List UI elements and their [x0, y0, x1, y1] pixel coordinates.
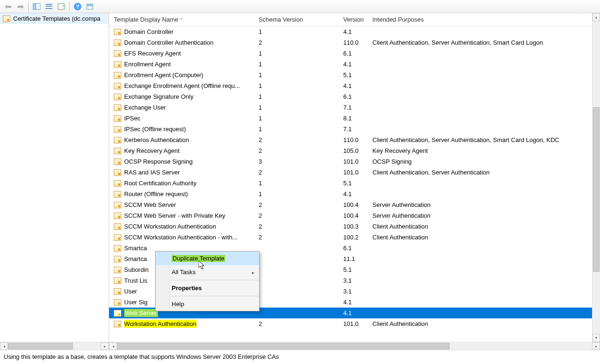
certificate-icon	[114, 72, 121, 79]
row-purposes: Client Authentication, Server Authentica…	[368, 39, 600, 46]
table-row[interactable]: SCCM Workstation Authentication2100.3Cli…	[109, 221, 600, 232]
back-button[interactable]: ⬅	[2, 1, 14, 12]
certificate-icon	[114, 321, 121, 327]
certificate-icon	[114, 213, 121, 219]
row-name: User Sig	[124, 299, 148, 306]
row-version: 6.1	[339, 50, 368, 57]
header-version[interactable]: Version	[339, 13, 368, 26]
table-row[interactable]: IPSec (Offline request)17.1	[109, 124, 600, 135]
menu-item-label: Properties	[172, 285, 202, 292]
menu-item-all-tasks[interactable]: All Tasks	[156, 265, 259, 279]
table-row[interactable]: Domain Controller Authentication2110.0Cl…	[109, 37, 600, 48]
table-row[interactable]: Enrollment Agent14.1	[109, 59, 600, 70]
row-version: 4.1	[339, 28, 368, 35]
row-schema: 3	[254, 158, 339, 165]
row-name: RAS and IAS Server	[124, 169, 180, 176]
toolbar-separator	[28, 2, 29, 11]
table-row[interactable]: Root Certification Authority15.1	[109, 178, 600, 189]
row-version: 6.1	[339, 245, 368, 252]
row-schema: 2	[254, 147, 339, 154]
row-name: Exchange User	[124, 104, 166, 111]
table-row[interactable]: SCCM Workstation Authentication - with..…	[109, 232, 600, 243]
row-version: 110.0	[339, 39, 368, 46]
table-row[interactable]: Domain Controller14.1	[109, 26, 600, 37]
row-schema: 1	[254, 190, 339, 198]
window-button[interactable]	[84, 1, 95, 12]
header-template-display-name[interactable]: Template Display Name	[109, 13, 254, 26]
row-version: 11.1	[339, 255, 368, 262]
row-name: Root Certification Authority	[124, 180, 197, 187]
certificate-icon	[114, 267, 121, 273]
status-bar: Using this template as a base, creates a…	[0, 350, 600, 364]
header-schema-version[interactable]: Schema Version	[254, 13, 339, 26]
scroll-down-button[interactable]: ▾	[592, 334, 600, 342]
table-row[interactable]: SCCM Web Server2100.4Server Authenticati…	[109, 199, 600, 210]
menu-item-label: All Tasks	[172, 269, 196, 276]
table-row[interactable]: Enrollment Agent (Computer)15.1	[109, 70, 600, 80]
row-name: Kerberos Authentication	[124, 136, 189, 143]
certificate-icon	[114, 104, 121, 111]
help-button[interactable]: ?	[72, 1, 83, 12]
row-purposes: Client Authentication, Server Authentica…	[368, 136, 600, 143]
table-row[interactable]: Workstation Authentication2101.0Client A…	[109, 318, 600, 329]
forward-button[interactable]: ➡	[15, 1, 26, 12]
scroll-left-button[interactable]: ◂	[109, 342, 117, 350]
context-menu-separator	[171, 280, 258, 280]
scroll-thumb[interactable]	[117, 343, 450, 349]
row-version: 100.4	[339, 201, 368, 208]
table-row[interactable]: Exchange Signature Only16.1	[109, 91, 600, 102]
certificate-icon	[114, 223, 121, 230]
vertical-scrollbar[interactable]: ▴ ▾	[592, 13, 600, 342]
menu-item-properties[interactable]: Properties	[156, 281, 259, 295]
table-row[interactable]: Router (Offline request)14.1	[109, 189, 600, 199]
certificate-icon	[114, 50, 121, 57]
menu-item-help[interactable]: Help	[156, 297, 259, 311]
table-row[interactable]: OCSP Response Signing3101.0OCSP Signing	[109, 156, 600, 167]
show-pane-button[interactable]	[31, 1, 42, 12]
table-row[interactable]: SCCM Web Server - with Private Key2100.4…	[109, 210, 600, 221]
table-row[interactable]: Key Recovery Agent2105.0Key Recovery Age…	[109, 145, 600, 156]
row-name: Router (Offline request)	[124, 190, 188, 198]
header-intended-purposes[interactable]: Intended Purposes	[368, 13, 600, 26]
row-schema: 2	[254, 136, 339, 143]
list-view-button[interactable]	[43, 1, 55, 12]
menu-item-duplicate-template[interactable]: Duplicate Template	[156, 252, 259, 265]
row-schema: 1	[254, 180, 339, 187]
row-name: Smartca	[124, 255, 147, 262]
row-purposes: Client Authentication	[368, 320, 600, 327]
certificate-icon	[114, 115, 121, 122]
tree-item-certificate-templates[interactable]: Certificate Templates (dc.compa	[0, 13, 109, 24]
row-version: 3.1	[339, 288, 368, 295]
scroll-up-button[interactable]: ▴	[592, 13, 600, 21]
table-row[interactable]: Kerberos Authentication2110.0Client Auth…	[109, 135, 600, 145]
row-name: IPSec (Offline request)	[124, 126, 186, 133]
scroll-left-button[interactable]: ◂	[0, 342, 8, 350]
row-name: Domain Controller Authentication	[124, 39, 213, 46]
sidebar-horizontal-scrollbar[interactable]: ◂ ▸	[0, 342, 109, 350]
row-schema: 1	[254, 28, 339, 35]
scroll-right-button[interactable]: ▸	[592, 342, 600, 350]
row-schema: 1	[254, 126, 339, 133]
row-name: Enrollment Agent	[124, 61, 171, 68]
scroll-thumb[interactable]	[593, 107, 600, 272]
row-version: 105.0	[339, 147, 368, 154]
export-button[interactable]	[55, 1, 67, 12]
table-row[interactable]: Exchange User17.1	[109, 102, 600, 113]
table-row[interactable]: EFS Recovery Agent16.1	[109, 48, 600, 59]
row-version: 4.1	[339, 190, 368, 198]
row-version: 101.0	[339, 169, 368, 176]
row-schema: 1	[254, 93, 339, 100]
row-name: Trust Lis	[124, 277, 147, 284]
row-purposes: Client Authentication	[368, 223, 600, 230]
table-row[interactable]: IPSec18.1	[109, 113, 600, 124]
table-row[interactable]: RAS and IAS Server2101.0Client Authentic…	[109, 167, 600, 178]
scroll-thumb[interactable]	[8, 343, 73, 349]
scroll-right-button[interactable]: ▸	[101, 342, 109, 350]
row-name: Subordin	[124, 266, 149, 273]
table-row[interactable]: Exchange Enrollment Agent (Offline requ.…	[109, 80, 600, 91]
row-version: 4.1	[339, 82, 368, 89]
row-schema: 1	[254, 50, 339, 57]
certificate-icon	[114, 310, 121, 317]
row-version: 100.3	[339, 223, 368, 230]
content-horizontal-scrollbar[interactable]: ◂ ▸	[109, 342, 600, 350]
